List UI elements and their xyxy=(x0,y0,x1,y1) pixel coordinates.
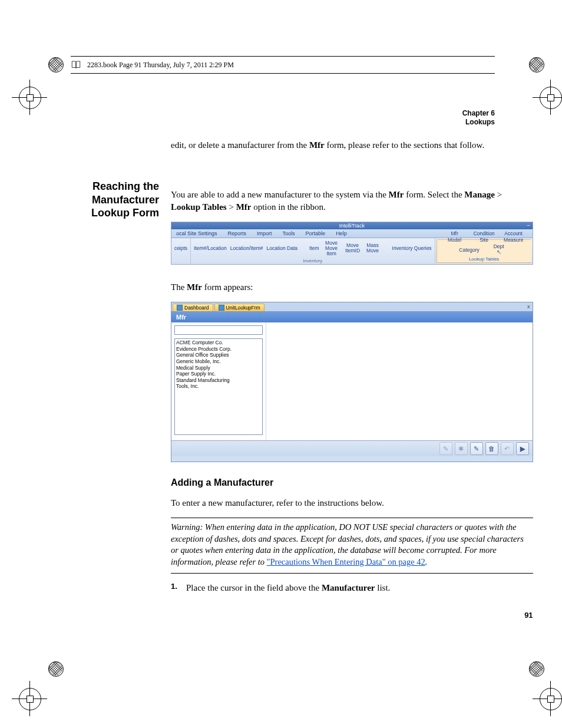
crop-mark-icon xyxy=(533,80,562,115)
list-item: Tools, Inc. xyxy=(176,383,261,390)
tab-dashboard: Dashboard xyxy=(173,304,213,311)
book-header: 2283.book Page 91 Thursday, July 7, 2011… xyxy=(71,56,495,74)
ribbon-item: Model xyxy=(448,238,461,243)
edit-icon: ✎ xyxy=(439,442,452,455)
list-item: ACME Computer Co. xyxy=(176,340,261,346)
ribbon-item: Move ItemID xyxy=(344,243,362,253)
warning-block: Warning: When entering data in the appli… xyxy=(171,518,533,573)
modify-icon: ✎ xyxy=(470,442,483,455)
minimize-icon: – xyxy=(527,222,530,228)
list-item: Generic Mobile, Inc. xyxy=(176,358,261,365)
reach-paragraph: You are able to add a new manufacturer t… xyxy=(171,189,533,213)
delete-icon: 🗑 xyxy=(485,442,498,455)
ribbon-group-label: Inventory xyxy=(194,258,432,263)
adding-intro: To enter a new manufacturer, refer to th… xyxy=(171,497,533,509)
tab-unitlookupfrm: UnitLookupFrm xyxy=(214,304,265,311)
ribbon-item: ceipts xyxy=(174,246,187,251)
intro-paragraph: edit, or delete a manufacturer from the … xyxy=(171,139,495,151)
close-icon: x xyxy=(527,304,530,309)
new-icon: ✱ xyxy=(455,442,468,455)
registration-circle-icon xyxy=(528,56,544,73)
ribbon-item: Condition xyxy=(474,231,495,236)
ribbon-tab: Tools xyxy=(283,230,295,236)
list-item: Medical Supply xyxy=(176,365,261,371)
precautions-link[interactable]: "Precautions When Entering Data" on page… xyxy=(267,557,425,566)
crop-mark-icon xyxy=(12,681,47,716)
crop-mark-icon xyxy=(12,80,47,115)
book-icon xyxy=(71,60,81,70)
page-number: 91 xyxy=(524,611,533,620)
ribbon-item: Mass Move xyxy=(365,243,381,253)
mfr-list: ACME Computer Co. Evidence Products Corp… xyxy=(174,338,263,435)
step-1: 1. Place the cursor in the field above t… xyxy=(171,582,533,594)
ribbon-item: Move Move Item xyxy=(323,241,340,256)
mfr-form-screenshot: Dashboard UnitLookupFrm x Mfr ACME Compu… xyxy=(171,302,533,462)
ribbon-tab: Help xyxy=(336,230,347,236)
ribbon-tab: Portable xyxy=(306,230,326,236)
undo-icon: ↶ xyxy=(501,442,514,455)
ribbon-title-bar: IntelliTrack – xyxy=(171,222,533,229)
ribbon-item: Category xyxy=(459,248,480,253)
mfr-toolbar: ✎ ✱ ✎ 🗑 ↶ ▶ xyxy=(171,440,533,456)
mfr-search-input xyxy=(174,325,263,335)
next-icon: ▶ xyxy=(516,442,529,455)
chapter-number: Chapter 6 xyxy=(71,109,495,118)
ribbon-tab: Import xyxy=(257,230,272,236)
ribbon-item-mfr: Mfr xyxy=(451,231,458,236)
ribbon-item: Inventory Queries xyxy=(392,246,432,251)
section-heading: Reaching the Manufacturer Lookup Form xyxy=(71,180,159,220)
appears-paragraph: The Mfr form appears: xyxy=(171,281,533,293)
list-item: Paper Supply Inc. xyxy=(176,371,261,377)
ribbon-item: Measure xyxy=(504,238,523,243)
tab-icon xyxy=(219,305,224,311)
ribbon-tab: Reports xyxy=(228,230,247,236)
ribbon-item: Site xyxy=(480,238,488,243)
ribbon-item: Location/Item# xyxy=(230,246,263,251)
chapter-label: Chapter 6 Lookups xyxy=(71,109,495,127)
list-item: Evidence Products Corp. xyxy=(176,346,261,353)
ribbon-item: Account xyxy=(504,231,523,236)
adding-heading: Adding a Manufacturer xyxy=(171,477,533,488)
step-number: 1. xyxy=(171,582,180,594)
chapter-title: Lookups xyxy=(71,118,495,127)
ribbon-group-label: Lookup Tables xyxy=(440,256,528,262)
crop-mark-icon xyxy=(533,681,562,716)
mfr-form-header: Mfr xyxy=(171,312,533,322)
ribbon-item: Item#/Location xyxy=(194,246,227,251)
cursor-icon: ↖ xyxy=(497,249,501,256)
ribbon-item: Item xyxy=(309,246,319,251)
registration-circle-icon xyxy=(528,660,544,677)
book-header-text: 2283.book Page 91 Thursday, July 7, 2011… xyxy=(87,61,234,70)
ribbon-screenshot: IntelliTrack – ocal Site Settings Report… xyxy=(171,222,533,265)
ribbon-tab: ocal Site Settings xyxy=(176,230,217,236)
registration-circle-icon xyxy=(47,660,64,677)
list-item: General Office Supplies xyxy=(176,352,261,358)
list-item: Standard Manufacturing xyxy=(176,377,261,384)
ribbon-item: Location Data xyxy=(267,246,297,251)
tab-icon xyxy=(177,305,183,311)
registration-circle-icon xyxy=(47,56,64,73)
